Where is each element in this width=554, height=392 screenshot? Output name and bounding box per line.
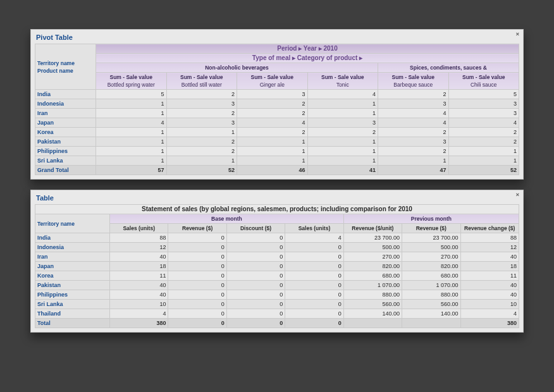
cell: 1 070.00	[343, 281, 402, 290]
table-row[interactable]: Iran40000270.00270.0040	[35, 252, 519, 262]
cell: 2	[378, 128, 449, 137]
cell: 2	[307, 128, 378, 137]
close-icon[interactable]: ×	[516, 31, 519, 37]
cell: 3	[307, 118, 378, 128]
table-row[interactable]: Korea11000680.00680.0011	[35, 271, 519, 281]
cell: 2	[237, 128, 308, 137]
table-row[interactable]: Iran122143	[35, 109, 519, 118]
cell: 680.00	[343, 271, 402, 281]
table-row[interactable]: Pakistan400001 070.001 070.0040	[35, 281, 519, 290]
col-header[interactable]: Sum - Sale valueTonic	[307, 73, 378, 90]
cell: 18	[460, 262, 519, 271]
cell: 88	[460, 233, 519, 243]
cell: 2	[448, 128, 519, 137]
table-row[interactable]: Philippines40000880.00880.0040	[35, 290, 519, 300]
cell: 1	[307, 147, 378, 156]
col-header[interactable]: Discount ($)	[226, 224, 285, 233]
cell: 1	[307, 109, 378, 118]
cell: 1	[378, 156, 449, 166]
cell: 680.00	[402, 271, 460, 281]
cell: 40	[110, 252, 168, 262]
col-header[interactable]: Sum - Sale valueBottled still water	[166, 73, 237, 90]
cell: 1	[96, 137, 167, 147]
col-header[interactable]: Revenue change ($)	[460, 224, 519, 233]
table-row[interactable]: Japan18000820.00820.0018	[35, 262, 519, 271]
cell: 10	[460, 300, 519, 309]
table-row[interactable]: India523425	[35, 90, 519, 99]
cell: 4	[448, 118, 519, 128]
cell: 4	[307, 90, 378, 99]
cell: 880.00	[343, 290, 402, 300]
cell: 2	[378, 147, 449, 156]
cell: 40	[110, 290, 168, 300]
col-header[interactable]: Sum - Sale valueBarbeque sauce	[378, 73, 449, 90]
row-territory: Korea	[35, 271, 110, 281]
table-row[interactable]: Indonesia132133	[35, 99, 519, 109]
table-row[interactable]: Indonesia12000500.00500.0012	[35, 243, 519, 252]
cell: 0	[285, 290, 343, 300]
cell: 4	[110, 309, 168, 319]
cell: 0	[226, 309, 285, 319]
cell: 0	[285, 281, 343, 290]
cell: 1	[237, 156, 308, 166]
cell: 3	[378, 137, 449, 147]
cell: 0	[226, 300, 285, 309]
group-spices[interactable]: Spices, condiments, sauces &	[378, 63, 519, 73]
col-header[interactable]: Revenue ($/unit)	[343, 224, 402, 233]
cell: 560.00	[343, 300, 402, 309]
col-header[interactable]: Sum - Sale valueChili sauce	[448, 73, 519, 90]
cell: 3	[448, 99, 519, 109]
cell: 11	[460, 271, 519, 281]
table-row[interactable]: Thailand4000140.00140.004	[35, 309, 519, 319]
row-territory: Indonesia	[35, 99, 96, 109]
table-row[interactable]: Sri Lanka111111	[35, 156, 519, 166]
cell: 1	[96, 128, 167, 137]
cell: 2	[166, 90, 237, 99]
cell: 0	[226, 290, 285, 300]
cell: 1	[237, 137, 308, 147]
group-base-month: Base month	[110, 214, 344, 224]
cell: 1	[307, 99, 378, 109]
cell: 1	[448, 147, 519, 156]
table-row[interactable]: Korea112222	[35, 128, 519, 137]
cell: 12	[460, 243, 519, 252]
cell: 560.00	[402, 300, 460, 309]
col-header[interactable]: Sum - Sale valueBottled spring water	[96, 73, 167, 90]
group-prev-month: Previous month	[343, 214, 519, 224]
cell: 0	[285, 243, 343, 252]
table-row[interactable]: Philippines121121	[35, 147, 519, 156]
table-row[interactable]: Japan434344	[35, 118, 519, 128]
meal-header[interactable]: Type of meal ▸ Category of product ▸	[96, 54, 519, 63]
cell: 2	[237, 99, 308, 109]
cell: 0	[285, 252, 343, 262]
cell: 0	[168, 262, 226, 271]
cell: 0	[226, 281, 285, 290]
cell: 0	[285, 271, 343, 281]
cell: 880.00	[402, 290, 460, 300]
row-territory: Japan	[35, 118, 96, 128]
row-territory: Philippines	[35, 147, 96, 156]
cell: 0	[168, 243, 226, 252]
table-row[interactable]: Sri Lanka10000560.00560.0010	[35, 300, 519, 309]
col-header[interactable]: Revenue ($)	[402, 224, 460, 233]
cell: 40	[460, 290, 519, 300]
group-beverages[interactable]: Non-alcoholic beverages	[96, 63, 378, 73]
cell: 2	[166, 147, 237, 156]
cell: 0	[226, 243, 285, 252]
cell: 0	[285, 309, 343, 319]
statement-table: Statement of sales (by global regions, s…	[35, 204, 519, 328]
table-row[interactable]: India8800423 700.0023 700.0088	[35, 233, 519, 243]
cell: 140.00	[343, 309, 402, 319]
cell: 0	[168, 233, 226, 243]
close-icon[interactable]: ×	[516, 192, 519, 198]
cell: 5	[448, 90, 519, 99]
cell: 0	[226, 262, 285, 271]
col-header[interactable]: Sum - Sale valueGinger ale	[237, 73, 308, 90]
table-row[interactable]: Pakistan121132	[35, 137, 519, 147]
cell: 88	[110, 233, 168, 243]
col-header[interactable]: Sales (units)	[285, 224, 343, 233]
panel-title: Pivot Table	[36, 34, 519, 41]
col-header[interactable]: Revenue ($)	[168, 224, 226, 233]
col-header[interactable]: Sales (units)	[110, 224, 168, 233]
period-header[interactable]: Period ▸ Year ▸ 2010	[96, 44, 519, 54]
